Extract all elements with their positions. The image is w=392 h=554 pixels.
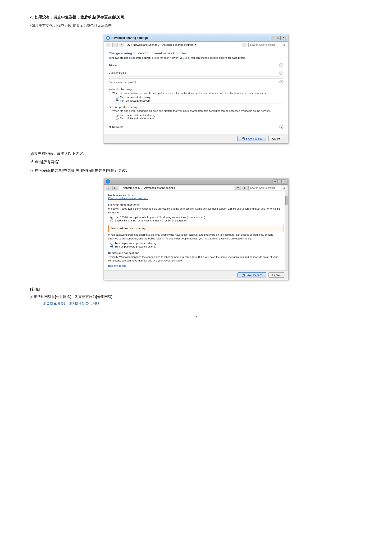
homegroup-link[interactable]: Help me decide xyxy=(108,264,126,267)
cancel-button[interactable]: Cancel xyxy=(268,136,284,141)
radio-pwd-on-icon xyxy=(111,242,113,245)
address-path-text: « Network and Sharing ... › Advanced sha… xyxy=(131,43,193,46)
search2-icon: 🔍 xyxy=(282,187,285,189)
restore2-button[interactable]: □ xyxy=(277,180,281,183)
radio-40-icon xyxy=(111,219,113,222)
profile-guest-expand[interactable]: ⌄ xyxy=(279,71,283,75)
radio-on-label: Turn on network discovery xyxy=(120,96,150,99)
file-printer-section: File and printer sharing When file and p… xyxy=(109,104,283,121)
address-path[interactable]: 🖧 « Network and Sharing ... › Advanced s… xyxy=(126,43,240,47)
radio-128-icon xyxy=(111,216,113,219)
network-discovery-option-on[interactable]: Turn on network discovery xyxy=(116,96,283,99)
address-dropdown-icon: ▼ xyxy=(194,43,196,46)
media-streaming-section: Media streaming is on. Choose media stre… xyxy=(108,194,283,200)
save2-icon-wrap: 💾 Save changes xyxy=(242,274,262,277)
network-discovery-option-off[interactable]: Turn off network discovery xyxy=(116,99,283,102)
supplement-text1: 如果活动网络是[公共网络]，则需要更改为[专用网络]. xyxy=(30,294,362,300)
back2-button[interactable]: ◄ xyxy=(106,186,111,190)
file-printer-option-off[interactable]: Turn off file and printer sharing xyxy=(116,117,283,120)
dialog2-body-wrap: Media streaming is on. Choose media stre… xyxy=(104,191,288,270)
minimize2-button[interactable]: — xyxy=(273,180,277,183)
address-icon: 🖧 xyxy=(127,43,130,46)
dialog2: 🌐 — □ ✕ ◄ ► « Network and S... › Advance… xyxy=(104,178,288,280)
supplement-link[interactable]: 请参阅 6.将专用网络切换到公共网络 xyxy=(42,302,100,305)
section-desc: Windows creates a separate network profi… xyxy=(109,56,283,59)
dialog2-controls: — □ ✕ xyxy=(273,180,286,183)
media-streaming-link[interactable]: Choose media streaming options... xyxy=(108,197,148,200)
save-changes-button[interactable]: 💾 Save changes xyxy=(238,136,266,141)
media-streaming-status: Media streaming is on. xyxy=(108,194,134,197)
file-printer-option-on[interactable]: Turn on file and printer sharing xyxy=(116,114,283,117)
supplement-arrow-line: → 请参阅 6.将专用网络切换到公共网络 xyxy=(35,302,362,306)
save-icon-wrap: 💾 Save changes xyxy=(242,137,262,140)
file-sharing-title: File sharing connections xyxy=(108,201,283,206)
section-title: Change sharing options for different net… xyxy=(109,51,283,55)
dropdown2-button[interactable]: ▼ xyxy=(235,186,241,190)
scrollbar[interactable] xyxy=(285,191,288,270)
dialog1-footer: 💾 Save changes Cancel xyxy=(104,134,288,143)
file-printer-title: File and printer sharing xyxy=(109,106,283,109)
supplement-header: [补充] xyxy=(30,287,362,292)
radio-128-label: Use 128-bit encryption to help protect f… xyxy=(115,216,205,219)
search-input[interactable] xyxy=(248,43,286,47)
refresh2-button[interactable]: ↻ xyxy=(242,186,247,190)
radio-on-icon xyxy=(116,96,119,99)
search2-input[interactable] xyxy=(248,186,286,190)
scrollbar-thumb[interactable] xyxy=(285,196,288,205)
save2-icon: 💾 xyxy=(242,274,245,277)
close2-button[interactable]: ✕ xyxy=(282,180,286,183)
arrow-icon: → xyxy=(35,302,38,305)
password-protected-highlight: Password protected sharing xyxy=(108,225,283,232)
profile-all-networks-label: All Networks xyxy=(109,125,123,128)
file-printer-desc: When file and printer sharing is on, fil… xyxy=(109,110,283,112)
save2-label: Save changes xyxy=(246,274,262,277)
profile-all-networks[interactable]: All Networks ⌄ xyxy=(109,123,283,131)
up-button[interactable]: ↑ xyxy=(119,43,124,47)
homegroup-title: HomeGroup connections xyxy=(108,250,283,254)
radio-off-icon xyxy=(116,99,119,102)
globe-icon: 🌐 xyxy=(106,179,110,184)
homegroup-desc: Typically, Windows manages the connectio… xyxy=(108,255,283,263)
network-icon-inner xyxy=(107,37,109,39)
minimize-button[interactable]: — xyxy=(271,36,275,40)
dialog2-body: Media streaming is on. Choose media stre… xyxy=(104,191,288,270)
page-number: 7 xyxy=(30,316,362,319)
profile-domain-row[interactable]: Domain (current profile) ⌃ xyxy=(109,78,283,86)
profile-private-expand[interactable]: ⌄ xyxy=(279,63,283,68)
password-on-option[interactable]: Turn on password protected sharing xyxy=(111,242,283,245)
dialog1-addressbar: ← → ↑ 🖧 « Network and Sharing ... › Adva… xyxy=(104,42,288,48)
password-protected-desc: When password protected sharing is on, o… xyxy=(108,233,283,240)
save-changes2-button[interactable]: 💾 Save changes xyxy=(238,272,266,278)
dialog1-title: Advanced sharing settings xyxy=(111,36,148,40)
forward2-button[interactable]: ► xyxy=(112,186,118,190)
address2-path[interactable]: « Network and S... › Advanced sharing se… xyxy=(119,186,234,190)
network-discovery-section: Network discovery When network discovery… xyxy=(109,86,283,104)
dialog1: Advanced sharing settings — □ × ← → ↑ 🖧 … xyxy=(104,34,288,144)
profile-private-label: Private xyxy=(109,64,117,67)
dialog2-footer: 💾 Save changes Cancel xyxy=(104,270,288,280)
radio-file-on-label: Turn on file and printer sharing xyxy=(120,114,155,117)
file-sharing-option-40[interactable]: Enable file sharing for devices that use… xyxy=(111,219,283,222)
profile-all-networks-expand[interactable]: ⌄ xyxy=(279,125,283,129)
profile-domain-expand[interactable]: ⌃ xyxy=(279,80,283,84)
back-button[interactable]: ← xyxy=(106,43,111,47)
profile-guest-public-label: Guest or Public xyxy=(109,71,126,74)
radio-pwd-off-icon xyxy=(111,245,113,248)
close-button[interactable]: × xyxy=(281,36,286,40)
network-discovery-desc: When network discovery is on, this compu… xyxy=(109,92,283,95)
network-discovery-title: Network discovery xyxy=(109,88,283,91)
forward-button[interactable]: → xyxy=(112,43,118,47)
maximize-button[interactable]: □ xyxy=(276,36,281,40)
file-sharing-option-128[interactable]: Use 128-bit encryption to help protect f… xyxy=(111,216,283,219)
profile-guest-public[interactable]: Guest or Public ⌄ xyxy=(109,69,283,76)
refresh-button[interactable]: ↻ xyxy=(242,43,247,47)
radio-40-label: Enable file sharing for devices that use… xyxy=(115,219,187,222)
radio-file-on-icon xyxy=(116,114,119,117)
cancel2-button[interactable]: Cancel xyxy=(268,272,284,277)
password-off-option[interactable]: Turn off password protected sharing xyxy=(111,245,283,248)
dialog2-titlebar: 🌐 — □ ✕ xyxy=(104,178,288,185)
search-icon: 🔍 xyxy=(282,43,285,46)
step5-instruction: -5 如果没有，请选中复选框，然后单击[保存更改]以关闭. xyxy=(30,14,362,20)
profile-private[interactable]: Private ⌄ xyxy=(109,62,283,69)
radio-off-label: Turn off network discovery xyxy=(120,99,150,102)
